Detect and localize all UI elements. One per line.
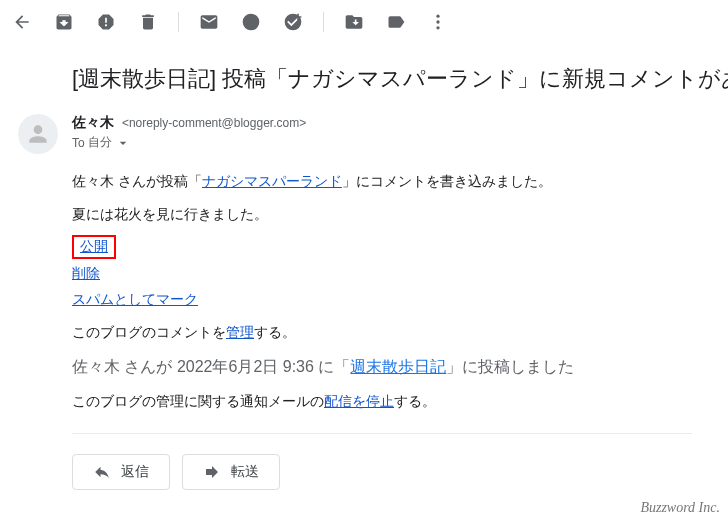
chevron-down-icon [115,135,131,151]
body-text: 」に投稿しました [446,358,574,375]
moderation-actions: 公開 削除 スパムとしてマーク [72,233,720,313]
body-text: 」にコメントを書き込みました。 [342,173,552,189]
reply-row: 返信 転送 [0,454,728,490]
email-subject: [週末散歩日記] 投稿「ナガシマスパーランド」に新規コメントがあ [0,44,728,106]
comment-content: 夏には花火を見に行きました。 [72,201,720,228]
forward-label: 転送 [231,463,259,481]
divider [72,433,692,434]
sender-name: 佐々木 [72,114,114,130]
mark-unread-icon[interactable] [199,12,219,32]
forward-icon [203,463,221,481]
reply-label: 返信 [121,463,149,481]
action-toolbar [0,0,728,44]
back-icon[interactable] [12,12,32,32]
delete-icon[interactable] [138,12,158,32]
add-task-icon[interactable] [283,12,303,32]
unsubscribe-link[interactable]: 配信を停止 [324,393,394,409]
archive-icon[interactable] [54,12,74,32]
email-body: 佐々木 さんが投稿「ナガシマスパーランド」にコメントを書き込みました。 夏には花… [0,158,728,454]
email-header: 佐々木 <noreply-comment@blogger.com> To 自分 [0,106,728,158]
person-icon [25,121,51,147]
labels-icon[interactable] [386,12,406,32]
svg-point-2 [436,26,439,29]
to-value: 自分 [88,134,112,151]
avatar[interactable] [18,114,58,154]
to-prefix: To [72,136,85,150]
move-to-icon[interactable] [344,12,364,32]
more-icon[interactable] [428,12,448,32]
mark-spam-link[interactable]: スパムとしてマーク [72,286,198,313]
body-text: このブログのコメントを [72,324,226,340]
post-meta: 佐々木 さんが 2022年6月2日 9:36 に「週末散歩日記」に投稿しました [72,352,720,382]
reply-icon [93,463,111,481]
body-text: する。 [394,393,436,409]
body-text: 佐々木 さんが投稿「 [72,173,202,189]
reply-button[interactable]: 返信 [72,454,170,490]
watermark: Buzzword Inc. [640,500,720,516]
recipient-line[interactable]: To 自分 [72,134,720,151]
body-text: このブログの管理に関する通知メールの [72,393,324,409]
blog-link[interactable]: 週末散歩日記 [350,358,446,375]
sender-email: <noreply-comment@blogger.com> [122,116,306,130]
manage-link[interactable]: 管理 [226,324,254,340]
body-text: 佐々木 さんが 2022年6月2日 9:36 に「 [72,358,350,375]
delete-link[interactable]: 削除 [72,260,100,287]
spam-icon[interactable] [96,12,116,32]
svg-point-0 [436,15,439,18]
body-text: する。 [254,324,296,340]
snooze-icon[interactable] [241,12,261,32]
forward-button[interactable]: 転送 [182,454,280,490]
toolbar-separator [178,12,179,32]
svg-point-1 [436,20,439,23]
highlight-box: 公開 [72,235,116,259]
toolbar-separator [323,12,324,32]
post-link[interactable]: ナガシマスパーランド [202,173,342,189]
publish-link[interactable]: 公開 [80,237,108,257]
sender-block: 佐々木 <noreply-comment@blogger.com> To 自分 [72,114,720,151]
